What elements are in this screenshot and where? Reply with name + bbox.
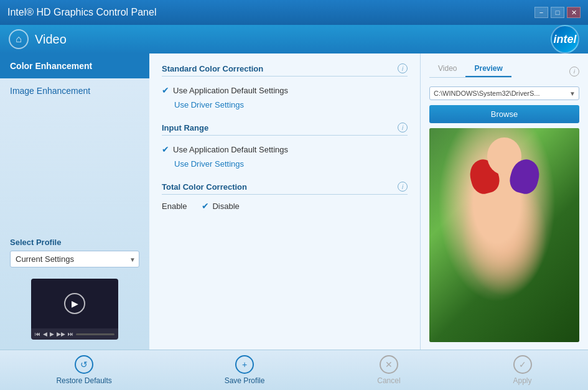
tab-preview[interactable]: Preview xyxy=(465,61,511,77)
input-use-app-defaults-row: ✔ Use Application Default Settings xyxy=(162,142,408,157)
rewind-icon[interactable]: ⏮ xyxy=(35,331,40,337)
enable-label: Enable xyxy=(162,202,187,211)
std-use-app-defaults-row: ✔ Use Application Default Settings xyxy=(162,83,408,98)
standard-color-info-icon[interactable]: i xyxy=(398,63,408,73)
restore-defaults-label: Restore Defaults xyxy=(56,376,111,385)
path-select-wrapper: C:\WINDOWS\System32\DriverS... ▼ xyxy=(429,86,579,100)
content-area: Standard Color Correction i ✔ Use Applic… xyxy=(149,53,420,350)
sidebar-item-color-enhancement[interactable]: Color Enhancement xyxy=(0,53,149,78)
restore-defaults-icon: ↺ xyxy=(75,355,93,374)
standard-color-title: Standard Color Correction xyxy=(162,64,263,73)
input-range-section: Input Range i ✔ Use Application Default … xyxy=(162,123,408,169)
standard-color-section: Standard Color Correction i ✔ Use Applic… xyxy=(162,63,408,110)
preview-image xyxy=(429,128,579,342)
cancel-label: Cancel xyxy=(377,376,400,385)
header-bar: ⌂ Video intel xyxy=(0,25,588,53)
file-path-select[interactable]: C:\WINDOWS\System32\DriverS... xyxy=(429,86,579,100)
input-app-defaults-checkbox-icon[interactable]: ✔ xyxy=(162,144,169,154)
window-controls: − □ ✕ xyxy=(534,7,581,18)
preview-tab-bar: Video Preview i xyxy=(429,61,579,81)
profile-select[interactable]: Current Settings xyxy=(10,251,139,267)
header-left: ⌂ Video xyxy=(9,29,67,49)
play-button-icon[interactable]: ▶ xyxy=(64,293,85,314)
std-app-defaults-label: Use Application Default Settings xyxy=(173,86,288,95)
footer-bar: ↺ Restore Defaults + Save Profile ✕ Canc… xyxy=(0,350,588,390)
total-color-info-icon[interactable]: i xyxy=(398,182,408,192)
disable-checkmark-icon: ✔ xyxy=(202,201,209,211)
end-icon[interactable]: ⏭ xyxy=(68,331,73,337)
apply-icon: ✓ xyxy=(513,355,532,374)
input-range-header: Input Range i xyxy=(162,123,408,136)
total-color-radio-row: Enable ✔ Disable xyxy=(162,201,408,211)
cancel-button[interactable]: ✕ Cancel xyxy=(365,350,413,390)
sidebar: Color Enhancement Image Enhancement Sele… xyxy=(0,53,149,350)
input-range-info-icon[interactable]: i xyxy=(398,123,408,132)
intel-logo-icon: intel xyxy=(551,25,579,53)
tab-video[interactable]: Video xyxy=(429,61,465,77)
standard-color-header: Standard Color Correction i xyxy=(162,63,408,77)
section-title: Video xyxy=(35,32,67,47)
main-layout: Color Enhancement Image Enhancement Sele… xyxy=(0,53,588,350)
play-icon[interactable]: ▶ xyxy=(50,331,54,337)
save-profile-button[interactable]: + Save Profile xyxy=(212,350,278,390)
restore-defaults-button[interactable]: ↺ Restore Defaults xyxy=(44,350,124,390)
apply-button[interactable]: ✓ Apply xyxy=(501,350,544,390)
app-title: Intel® HD Graphics Control Panel xyxy=(7,7,156,18)
input-use-driver-link[interactable]: Use Driver Settings xyxy=(174,159,244,169)
total-color-title: Total Color Correction xyxy=(162,182,247,192)
player-screen: ▶ xyxy=(31,279,118,328)
video-player-preview: ▶ ⏮ ◀ ▶ ▶▶ ⏭ xyxy=(31,279,118,340)
total-color-section: Total Color Correction i Enable ✔ Disabl… xyxy=(162,182,408,211)
minimize-button[interactable]: − xyxy=(534,7,548,18)
apply-label: Apply xyxy=(513,376,532,385)
prev-icon[interactable]: ◀ xyxy=(43,331,47,337)
next-icon[interactable]: ▶▶ xyxy=(57,331,65,337)
preview-img-content xyxy=(429,128,579,342)
sidebar-item-image-enhancement[interactable]: Image Enhancement xyxy=(0,78,149,103)
preview-panel: Video Preview i C:\WINDOWS\System32\Driv… xyxy=(420,53,588,350)
sidebar-bottom: Select Profile Current Settings ▼ ▶ ⏮ ◀ … xyxy=(0,228,149,350)
close-button[interactable]: ✕ xyxy=(567,7,581,18)
progress-bar xyxy=(76,333,114,335)
total-color-header: Total Color Correction i xyxy=(162,182,408,195)
child-face-graphic xyxy=(483,137,526,187)
input-app-defaults-label: Use Application Default Settings xyxy=(173,145,288,154)
profile-select-wrapper: Current Settings ▼ xyxy=(10,251,139,267)
preview-info-icon[interactable]: i xyxy=(569,67,579,77)
title-bar: Intel® HD Graphics Control Panel − □ ✕ xyxy=(0,0,588,25)
disable-radio-item[interactable]: ✔ Disable xyxy=(202,201,239,211)
save-profile-icon: + xyxy=(235,355,254,374)
disable-label: Disable xyxy=(212,202,239,211)
player-controls: ⏮ ◀ ▶ ▶▶ ⏭ xyxy=(31,328,118,340)
maximize-button[interactable]: □ xyxy=(551,7,564,18)
input-range-title: Input Range xyxy=(162,123,208,132)
cancel-icon: ✕ xyxy=(380,355,398,374)
save-profile-label: Save Profile xyxy=(225,376,265,385)
preview-tabs: Video Preview xyxy=(429,61,511,78)
std-use-driver-link[interactable]: Use Driver Settings xyxy=(174,100,244,109)
browse-button[interactable]: Browse xyxy=(429,105,579,123)
title-left: Intel® HD Graphics Control Panel xyxy=(7,7,156,18)
home-icon[interactable]: ⌂ xyxy=(9,29,29,49)
select-profile-label: Select Profile xyxy=(10,238,139,247)
std-app-defaults-checkbox-icon[interactable]: ✔ xyxy=(162,85,169,95)
enable-radio-item[interactable]: Enable xyxy=(162,201,187,211)
